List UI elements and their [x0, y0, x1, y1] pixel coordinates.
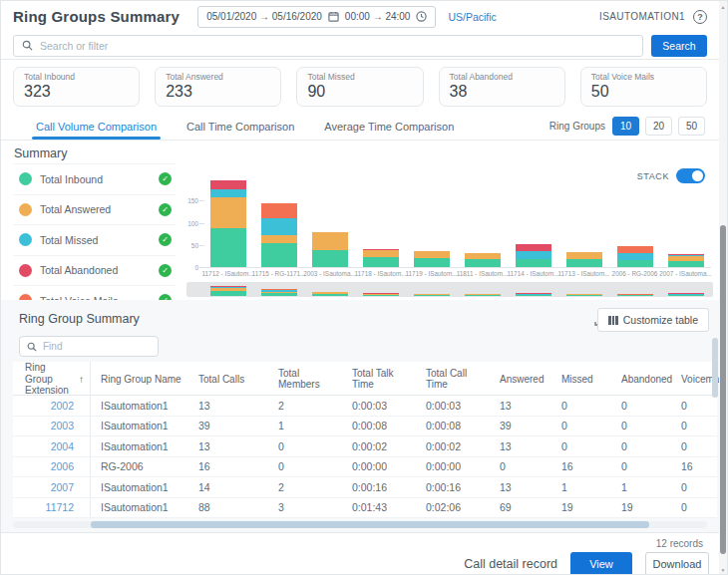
page-size-10[interactable]: 10: [612, 117, 639, 136]
extension-link[interactable]: 2004: [13, 436, 91, 456]
help-icon[interactable]: ?: [693, 10, 707, 24]
find-input[interactable]: [43, 341, 151, 352]
scroll-down-icon[interactable]: ▼: [719, 567, 727, 573]
bar-segment[interactable]: [566, 259, 602, 267]
table-cell: 0:02:06: [416, 498, 490, 518]
column-header[interactable]: Total Calls: [188, 374, 268, 386]
date-time-range-picker[interactable]: 05/01/2020 → 05/16/2020 00:00 → 24:00: [197, 6, 436, 28]
bar-segment[interactable]: [261, 203, 297, 218]
bar-segment[interactable]: [312, 232, 348, 249]
bar-segment[interactable]: [617, 246, 653, 253]
legend-item[interactable]: Total Abandoned✓: [13, 256, 176, 287]
page-size-50[interactable]: 50: [678, 117, 705, 136]
column-header[interactable]: Answered: [490, 374, 551, 386]
column-header[interactable]: Voicemail: [671, 374, 717, 386]
view-button[interactable]: View: [570, 552, 632, 575]
bar-segment[interactable]: [363, 257, 399, 267]
extension-link[interactable]: 2003: [13, 417, 91, 436]
download-button[interactable]: Download: [645, 552, 709, 575]
column-header[interactable]: Ring Group Name: [91, 374, 188, 386]
legend-item[interactable]: Total Inbound✓: [13, 164, 176, 195]
extension-link[interactable]: 2006: [13, 457, 91, 477]
bar-segment[interactable]: [363, 250, 399, 258]
check-icon[interactable]: ✓: [159, 172, 172, 185]
bar-segment[interactable]: [668, 261, 704, 267]
table-cell: 0:00:00: [416, 457, 490, 477]
bar-segment[interactable]: [668, 255, 704, 261]
scrollbar-thumb[interactable]: [720, 225, 726, 554]
check-icon[interactable]: ✓: [159, 233, 172, 246]
table-horizontal-scrollbar[interactable]: [13, 521, 707, 528]
bar-segment[interactable]: [465, 259, 501, 267]
tab-call-time-comparison[interactable]: Call Time Comparison: [186, 113, 294, 140]
search-button[interactable]: Search: [651, 35, 707, 57]
table-cell: 0:00:02: [416, 436, 490, 456]
column-header[interactable]: Missed: [551, 374, 611, 386]
legend-item[interactable]: Total Missed✓: [13, 225, 176, 256]
timezone-link[interactable]: US/Pacific: [448, 11, 496, 23]
bar-segment[interactable]: [516, 259, 551, 267]
legend-item[interactable]: Total Answered✓: [13, 195, 176, 226]
bar-segment[interactable]: [414, 258, 450, 267]
footer-controls: Call detail record View Download: [464, 552, 709, 575]
bar-segment[interactable]: [414, 251, 450, 258]
tab-call-volume-comparison[interactable]: Call Volume Comparison: [36, 113, 157, 140]
extension-link[interactable]: 2002: [13, 396, 91, 416]
time-range-value[interactable]: 00:00 → 24:00: [345, 11, 411, 22]
extension-link[interactable]: 2007: [13, 477, 91, 497]
bar-segment[interactable]: [261, 218, 297, 234]
bar-segment[interactable]: [261, 235, 297, 243]
check-icon[interactable]: ✓: [159, 264, 172, 277]
table-section: Ring Group Summary Customize table Ring …: [1, 300, 719, 532]
table-cell: 0:01:43: [342, 498, 416, 518]
ring-groups-label: Ring Groups: [549, 121, 605, 132]
column-header[interactable]: Total Talk Time: [342, 368, 416, 391]
column-header[interactable]: Total Members: [268, 368, 342, 391]
customize-table-button[interactable]: Customize table: [597, 308, 709, 332]
bar-segment[interactable]: [261, 243, 297, 267]
bar-segment[interactable]: [516, 244, 551, 252]
bar-segment[interactable]: [210, 180, 246, 188]
table-cell: 0: [490, 457, 551, 477]
column-header[interactable]: Abandoned: [611, 374, 671, 386]
column-header[interactable]: Total Call Time: [416, 368, 490, 391]
bar-segment[interactable]: [617, 253, 653, 260]
calendar-icon[interactable]: [328, 11, 339, 22]
table-hscroll-thumb[interactable]: [91, 521, 649, 528]
table-cell: 0: [551, 396, 611, 416]
navigator-bar-segment: [668, 295, 704, 296]
tab-average-time-comparison[interactable]: Average Time Comparison: [324, 113, 454, 140]
clock-icon[interactable]: [416, 11, 427, 22]
navigator-bar-segment: [261, 292, 297, 293]
account-name[interactable]: ISAUTOMATION1: [599, 11, 685, 22]
extension-link[interactable]: 11712: [13, 498, 91, 518]
search-input[interactable]: [40, 40, 634, 52]
sort-asc-icon[interactable]: ↑: [79, 374, 84, 386]
column-header[interactable]: Ring Group Extension↑: [13, 362, 91, 397]
ring-groups-summary-app: ▲ ▼ Ring Groups Summary 05/01/2020 → 05/…: [0, 0, 728, 575]
table-cell: 0:00:00: [342, 457, 416, 477]
table-cell: 39: [188, 417, 268, 436]
window-scrollbar[interactable]: ▲ ▼: [719, 1, 727, 575]
stat-label: Total Missed: [307, 72, 412, 82]
legend-color-dot: [19, 264, 32, 277]
bar-segment[interactable]: [210, 189, 246, 197]
scroll-up-icon[interactable]: ▲: [719, 4, 727, 10]
table-cell: ISautomation1: [91, 477, 188, 497]
table-cell: 16: [671, 457, 717, 477]
bar-segment[interactable]: [312, 250, 348, 267]
page-size-20[interactable]: 20: [645, 117, 672, 136]
y-tick-label: 50: [186, 241, 198, 248]
bar-segment[interactable]: [617, 260, 653, 267]
search-box[interactable]: [13, 35, 643, 57]
find-box[interactable]: [19, 336, 159, 357]
table-vertical-scrollbar[interactable]: [712, 338, 718, 398]
chart-navigator[interactable]: [186, 282, 713, 297]
bar-segment[interactable]: [210, 228, 246, 267]
bar-segment[interactable]: [566, 252, 602, 260]
bar-segment[interactable]: [210, 197, 246, 228]
bar-segment[interactable]: [516, 251, 551, 259]
bar-segment[interactable]: [465, 253, 501, 259]
check-icon[interactable]: ✓: [159, 203, 172, 216]
date-range-value[interactable]: 05/01/2020 → 05/16/2020: [206, 11, 322, 22]
